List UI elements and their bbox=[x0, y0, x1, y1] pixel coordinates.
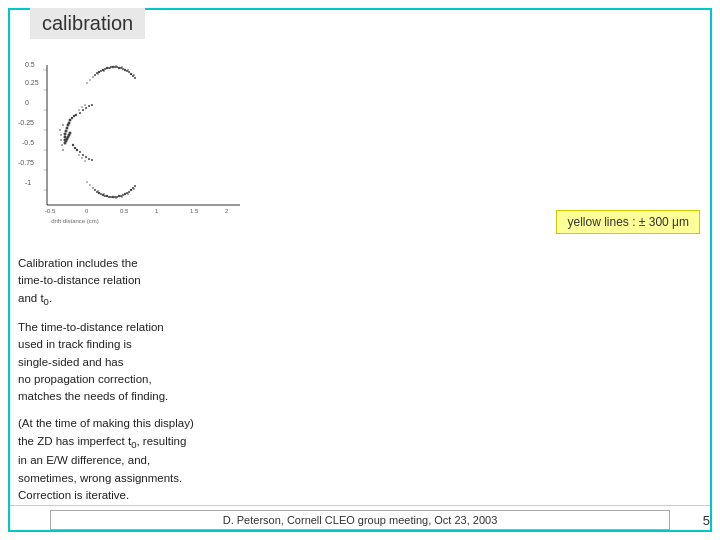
svg-point-27 bbox=[104, 68, 106, 70]
svg-point-105 bbox=[82, 109, 84, 111]
svg-point-87 bbox=[122, 194, 124, 196]
svg-point-49 bbox=[127, 69, 129, 71]
svg-point-62 bbox=[65, 130, 68, 133]
scatter-plot-area: 0.5 0.25 0 -0.25 -0.5 -0.75 -1 -0.5 0 0.… bbox=[15, 55, 245, 255]
svg-point-70 bbox=[72, 144, 74, 146]
svg-point-75 bbox=[98, 192, 100, 194]
text-block-3: (At the time of making this display) the… bbox=[18, 415, 710, 504]
svg-point-111 bbox=[85, 156, 87, 158]
text-block-1-line1: Calibration includes the bbox=[18, 257, 138, 269]
svg-point-116 bbox=[60, 139, 62, 141]
text-section: Calibration includes the time-to-distanc… bbox=[18, 255, 710, 514]
text-block-1-line2: time-to-distance relation bbox=[18, 274, 141, 286]
text-block-2-line3: single-sided and has bbox=[18, 356, 124, 368]
svg-point-79 bbox=[106, 195, 108, 197]
svg-point-34 bbox=[118, 67, 120, 69]
footer-text: D. Peterson, Cornell CLEO group meeting,… bbox=[50, 510, 670, 530]
svg-point-43 bbox=[92, 76, 94, 78]
svg-point-37 bbox=[124, 69, 126, 71]
svg-text:0: 0 bbox=[25, 99, 29, 106]
svg-point-69 bbox=[75, 114, 77, 116]
text-block-1-line3: and t bbox=[18, 292, 44, 304]
svg-point-76 bbox=[100, 193, 102, 195]
svg-point-125 bbox=[84, 160, 85, 161]
svg-point-112 bbox=[88, 158, 90, 160]
svg-point-58 bbox=[64, 142, 67, 145]
svg-point-50 bbox=[133, 74, 135, 76]
svg-point-52 bbox=[86, 82, 87, 83]
svg-point-119 bbox=[62, 149, 64, 151]
svg-text:-0.25: -0.25 bbox=[18, 119, 34, 126]
svg-point-51 bbox=[89, 79, 90, 80]
text-block-3-line4: in an E/W difference, and, bbox=[18, 454, 150, 466]
text-block-3-line2: the ZD has imperfect t bbox=[18, 435, 131, 447]
text-block-3-line3: , resulting bbox=[136, 435, 186, 447]
svg-text:2: 2 bbox=[225, 208, 229, 214]
svg-point-47 bbox=[115, 65, 117, 67]
svg-point-67 bbox=[71, 117, 73, 119]
svg-point-42 bbox=[134, 77, 136, 79]
text-block-3-line5: sometimes, wrong assignments. bbox=[18, 472, 182, 484]
svg-point-115 bbox=[60, 134, 62, 136]
svg-point-97 bbox=[109, 196, 111, 198]
svg-point-99 bbox=[121, 196, 123, 198]
svg-point-120 bbox=[78, 109, 79, 110]
svg-point-63 bbox=[66, 127, 69, 130]
svg-point-123 bbox=[78, 154, 79, 155]
svg-point-85 bbox=[118, 195, 120, 197]
svg-point-110 bbox=[82, 154, 84, 156]
svg-point-22 bbox=[94, 74, 96, 76]
svg-point-100 bbox=[127, 193, 129, 195]
svg-point-28 bbox=[106, 67, 108, 69]
svg-point-82 bbox=[112, 196, 114, 198]
svg-point-118 bbox=[62, 124, 64, 126]
svg-point-117 bbox=[61, 144, 63, 146]
svg-text:-0.75: -0.75 bbox=[18, 159, 34, 166]
svg-text:0: 0 bbox=[85, 208, 89, 214]
svg-point-65 bbox=[68, 122, 71, 125]
svg-point-25 bbox=[100, 70, 102, 72]
svg-text:0.25: 0.25 bbox=[25, 79, 39, 86]
text-block-2-line1: The time-to-distance relation bbox=[18, 321, 164, 333]
svg-point-39 bbox=[128, 71, 130, 73]
svg-point-108 bbox=[91, 104, 93, 106]
svg-point-90 bbox=[128, 191, 130, 193]
text-block-2-line5: matches the needs of finding. bbox=[18, 390, 168, 402]
svg-point-60 bbox=[64, 136, 67, 139]
svg-point-88 bbox=[124, 193, 126, 195]
svg-point-36 bbox=[122, 68, 124, 70]
svg-point-73 bbox=[94, 189, 96, 191]
svg-point-122 bbox=[84, 104, 85, 105]
svg-point-71 bbox=[74, 147, 76, 149]
svg-point-103 bbox=[86, 181, 87, 182]
svg-text:1: 1 bbox=[155, 208, 159, 214]
svg-point-31 bbox=[112, 66, 114, 68]
svg-point-72 bbox=[76, 149, 78, 151]
svg-text:drift distance (cm): drift distance (cm) bbox=[51, 218, 99, 224]
svg-text:0.5: 0.5 bbox=[25, 61, 35, 68]
text-block-2: The time-to-distance relation used in tr… bbox=[18, 319, 710, 405]
svg-point-106 bbox=[85, 107, 87, 109]
slide-title: calibration bbox=[30, 8, 145, 39]
svg-point-45 bbox=[103, 70, 105, 72]
svg-text:1.5: 1.5 bbox=[190, 208, 199, 214]
page-number: 5 bbox=[690, 513, 710, 528]
text-block-3-line1: (At the time of making this display) bbox=[18, 417, 194, 429]
svg-point-124 bbox=[81, 157, 82, 158]
svg-point-66 bbox=[69, 119, 72, 122]
text-block-2-line4: no propagation correction, bbox=[18, 373, 152, 385]
svg-point-101 bbox=[133, 188, 135, 190]
svg-point-24 bbox=[98, 71, 100, 73]
svg-point-93 bbox=[134, 185, 136, 187]
svg-point-94 bbox=[92, 187, 94, 189]
svg-point-44 bbox=[97, 73, 99, 75]
footer-bar: D. Peterson, Cornell CLEO group meeting,… bbox=[10, 505, 710, 530]
text-sub-1: 0 bbox=[44, 296, 49, 307]
svg-text:0.5: 0.5 bbox=[120, 208, 129, 214]
svg-point-91 bbox=[130, 189, 132, 191]
svg-point-114 bbox=[59, 129, 61, 131]
text-block-2-line2: used in track finding is bbox=[18, 338, 132, 350]
svg-point-109 bbox=[79, 151, 81, 153]
svg-point-40 bbox=[130, 73, 132, 75]
svg-point-48 bbox=[121, 66, 123, 68]
